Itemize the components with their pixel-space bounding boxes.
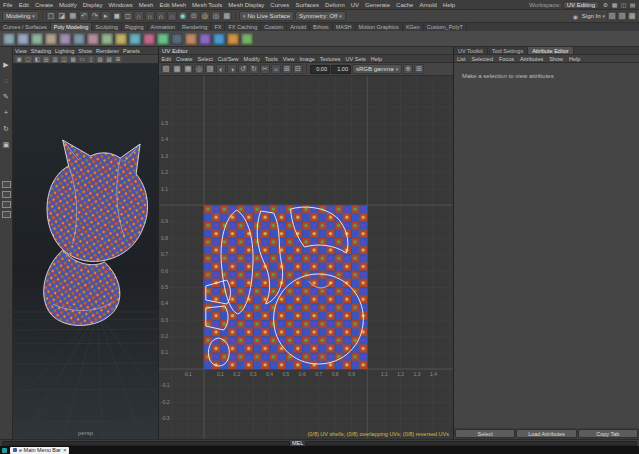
booleans-icon[interactable] (241, 33, 253, 45)
workspace-gear-icon[interactable]: ⚙ (601, 1, 610, 9)
command-result-field[interactable] (305, 441, 637, 446)
image-display-icon[interactable]: ▨ (205, 64, 215, 74)
attribute-editor-menu-item[interactable]: Selected (469, 56, 496, 62)
rotate-ccw-icon[interactable]: ↺ (238, 64, 248, 74)
menu-item[interactable]: Curves (267, 2, 292, 8)
shelf-tab[interactable]: Poly Modeling (51, 23, 93, 31)
undo-icon[interactable]: ↶ (79, 11, 89, 21)
lasso-tool-icon[interactable]: ◌ (1, 75, 12, 86)
sew-uv-icon[interactable]: ≈ (271, 64, 281, 74)
layout-two-pane-icon[interactable] (2, 191, 11, 198)
attribute-editor-menu-item[interactable]: Focus (496, 56, 517, 62)
attribute-editor-button[interactable]: Select (455, 429, 515, 438)
layout-persp-outliner-icon[interactable] (2, 211, 11, 218)
menu-item[interactable]: Modify (56, 2, 80, 8)
redo-icon[interactable]: ↷ (90, 11, 100, 21)
shelf-tab[interactable]: FX Caching (225, 23, 261, 31)
uv-menu-item[interactable]: Textures (317, 56, 343, 62)
menu-item[interactable]: Edit (16, 2, 32, 8)
uv-menu-item[interactable]: Tools (262, 56, 280, 62)
uv-menu-item[interactable]: Edit (159, 56, 173, 62)
select-by-hierarchy-icon[interactable]: ▸ (101, 11, 111, 21)
open-scene-icon[interactable]: ◪ (57, 11, 67, 21)
attribute-editor-menu-item[interactable]: Attributes (517, 56, 546, 62)
render-settings-icon[interactable]: ▩ (222, 11, 232, 21)
uv-menu-item[interactable]: Select (195, 56, 215, 62)
move-tool-icon[interactable]: + (1, 107, 12, 118)
unfold-uv-icon[interactable]: ⊞ (282, 64, 292, 74)
resolution-gate-icon[interactable]: ▯ (87, 56, 95, 63)
uv-menu-item[interactable]: Create (173, 56, 195, 62)
uv-menu-item[interactable]: UV Sets (343, 56, 368, 62)
single-pane-icon[interactable]: ◫ (619, 1, 628, 9)
bookmarks-icon[interactable]: ▤ (42, 56, 50, 63)
menu-item[interactable]: File (0, 2, 16, 8)
menu-item[interactable]: Mesh (136, 2, 157, 8)
save-scene-icon[interactable]: ▦ (68, 11, 78, 21)
layout-four-pane-icon[interactable] (2, 201, 11, 208)
viewport-menu-item[interactable]: Shading (29, 48, 53, 54)
layout-grid-icon[interactable]: ▦ (610, 1, 619, 9)
rotate-tool-icon[interactable]: ↻ (1, 123, 12, 134)
polygon-cylinder-icon[interactable] (31, 33, 43, 45)
menu-item[interactable]: Display (80, 2, 106, 8)
select-by-component-icon[interactable]: ◻ (123, 11, 133, 21)
taskbar-window-item[interactable]: e Main Menu Bar × (10, 447, 69, 454)
hotbox-controls-icon[interactable]: ▧ (607, 11, 617, 21)
help-panel-icon[interactable]: ▩ (627, 11, 637, 21)
menu-item[interactable]: Windows (105, 2, 135, 8)
camera-attributes-icon[interactable]: ◧ (33, 56, 41, 63)
polygon-plane-icon[interactable] (73, 33, 85, 45)
polygon-torus-icon[interactable] (59, 33, 71, 45)
snap-to-curve-icon[interactable]: ∩ (145, 11, 155, 21)
polygon-pyramid-icon[interactable] (115, 33, 127, 45)
shelf-tab[interactable]: Motion Graphics (356, 23, 403, 31)
ipr-render-icon[interactable]: ◎ (211, 11, 221, 21)
menu-item[interactable]: Help (440, 2, 458, 8)
menu-item[interactable]: UV (348, 2, 362, 8)
pixel-snap-icon[interactable]: ⊕ (403, 64, 413, 74)
soccer-ball-icon[interactable] (171, 33, 183, 45)
layout-uv-icon[interactable]: ⊟ (293, 64, 303, 74)
menu-item[interactable]: Mesh Tools (189, 2, 225, 8)
menu-item[interactable]: Surfaces (292, 2, 322, 8)
new-scene-icon[interactable]: ▢ (46, 11, 56, 21)
shelf-tab[interactable]: Custom_PolyT (424, 23, 467, 31)
film-gate-icon[interactable]: ▭ (78, 56, 86, 63)
viewport-menu-item[interactable]: Show (76, 48, 94, 54)
field-chart-icon[interactable]: ▨ (105, 56, 113, 63)
cut-uv-icon[interactable]: ✂ (260, 64, 270, 74)
platonic-solid-icon[interactable] (101, 33, 113, 45)
close-icon[interactable]: × (63, 447, 67, 453)
flip-v-icon[interactable]: ◑ (227, 64, 237, 74)
snap-to-plane-icon[interactable]: ∩ (167, 11, 177, 21)
menu-set-dropdown[interactable]: Modeling ▾ (2, 11, 39, 21)
snap-to-point-icon[interactable]: ∩ (156, 11, 166, 21)
make-live-icon[interactable]: ◉ (178, 11, 188, 21)
app-icon[interactable] (2, 448, 7, 453)
select-tool-icon[interactable]: ▶ (1, 59, 12, 70)
workspace-dropdown[interactable]: UV Editing (563, 1, 599, 9)
attribute-editor-menu-item[interactable]: List (454, 56, 469, 62)
lock-camera-icon[interactable]: ▢ (24, 56, 32, 63)
polygon-pipe-icon[interactable] (129, 33, 141, 45)
tile-display-icon[interactable]: ⊞ (414, 64, 424, 74)
no-live-surface-dropdown[interactable]: ▾ No Live Surface (239, 11, 294, 21)
uv-menu-item[interactable]: Cut/Sew (215, 56, 241, 62)
gamma-field[interactable]: 1.00 (331, 65, 351, 74)
shelf-tab[interactable]: Animation (148, 23, 179, 31)
polygon-type-icon[interactable] (213, 33, 225, 45)
scale-tool-icon[interactable]: ▣ (1, 139, 12, 150)
menu-item[interactable]: Generate (362, 2, 393, 8)
shelf-tab[interactable]: Sculpting (92, 23, 122, 31)
viewport-menu-item[interactable]: Renderer (94, 48, 121, 54)
colorspace-dropdown[interactable]: sRGB gamma ▾ (352, 64, 402, 74)
select-by-object-icon[interactable]: ◼ (112, 11, 122, 21)
flip-u-icon[interactable]: ◐ (216, 64, 226, 74)
menu-item[interactable]: Edit Mesh (156, 2, 189, 8)
menu-item[interactable]: Mesh Display (225, 2, 267, 8)
menu-item[interactable]: Create (32, 2, 56, 8)
sidebar-tab[interactable]: UV Toolkit (454, 47, 488, 54)
sidebar-tab[interactable]: Tool Settings (488, 47, 529, 54)
exposure-field[interactable]: 0.00 (310, 65, 330, 74)
